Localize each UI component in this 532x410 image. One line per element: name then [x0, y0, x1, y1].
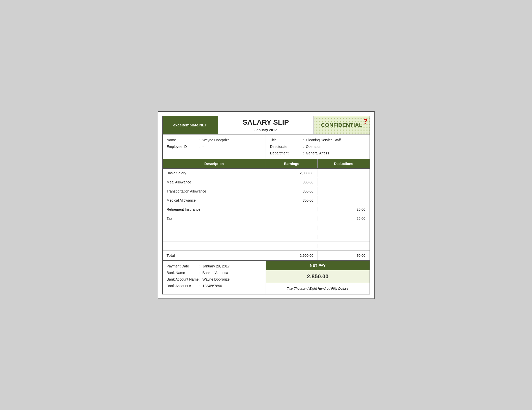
total-deductions-value: 50.00: [318, 251, 370, 260]
name-line: Name : Wayne Doorprize: [167, 138, 262, 142]
bank-account-num-line: Bank Account # : 1234567890: [167, 284, 262, 288]
logo-text: exceltemplate.NET: [173, 123, 207, 127]
name-value: Wayne Doorprize: [202, 138, 230, 142]
payment-date-colon: :: [200, 264, 201, 268]
table-row: [163, 241, 370, 251]
total-row: Total 2,900.00 50.00: [163, 251, 370, 261]
employee-id-colon: :: [200, 145, 201, 149]
row-deductions: [318, 244, 370, 248]
department-colon: :: [303, 151, 304, 155]
bank-account-num-label: Bank Account #: [167, 284, 200, 288]
table-row: Meal Allowance300.00: [163, 178, 370, 187]
table-row: Transportation Allowance300.00: [163, 187, 370, 196]
bank-account-name-label: Bank Account Name: [167, 277, 200, 281]
table-row: [163, 223, 370, 232]
directorate-line: Directorate : Operation: [270, 145, 366, 149]
header-row: exceltemplate.NET SALARY SLIP January 20…: [163, 116, 370, 134]
question-mark-icon: ?: [363, 117, 367, 125]
net-pay-section: NET PAY 2,850.00 Two Thousand Eight Hund…: [266, 261, 370, 294]
bank-name-label: Bank Name: [167, 271, 200, 275]
col-description-header: Description: [163, 159, 266, 168]
table-header-row: Description Earnings Deductions: [163, 159, 370, 169]
employee-id-line: Employee ID : -: [167, 145, 262, 149]
title-label: Title: [270, 138, 303, 142]
net-pay-amount: 2,850.00: [266, 270, 370, 283]
row-deductions: 25.00: [318, 214, 370, 223]
row-deductions: [318, 171, 370, 175]
department-label: Department: [270, 151, 303, 155]
table-row: Retirement Insurance25.00: [163, 205, 370, 214]
row-earnings: 300.00: [266, 178, 318, 186]
salary-slip-container: exceltemplate.NET SALARY SLIP January 20…: [162, 116, 370, 294]
employee-id-label: Employee ID: [167, 145, 200, 149]
table-row: Tax25.00: [163, 214, 370, 223]
row-earnings: [266, 226, 318, 230]
row-deductions: [318, 235, 370, 239]
bank-account-name-value: Wayne Doorprize: [202, 277, 230, 281]
name-label: Name: [167, 138, 200, 142]
bottom-section: Payment Date : January 28, 2017 Bank Nam…: [163, 261, 370, 294]
row-description: [163, 244, 266, 248]
bank-account-name-line: Bank Account Name : Wayne Doorprize: [167, 277, 262, 281]
title-line: Title : Cleaning Service Staff: [270, 138, 366, 142]
row-description: Medical Allowance: [163, 196, 266, 204]
row-deductions: [318, 180, 370, 184]
row-earnings: 300.00: [266, 187, 318, 195]
name-colon: :: [200, 138, 201, 142]
row-earnings: [266, 244, 318, 248]
table-row: Basic Salary2,000.00: [163, 169, 370, 178]
total-label: Total: [163, 251, 266, 260]
title-cell: SALARY SLIP January 2017: [218, 116, 314, 134]
row-earnings: 300.00: [266, 196, 318, 204]
table-body: Basic Salary2,000.00Meal Allowance300.00…: [163, 169, 370, 251]
directorate-value: Operation: [306, 145, 321, 149]
row-description: Meal Allowance: [163, 178, 266, 186]
bank-name-colon: :: [200, 271, 201, 275]
row-deductions: [318, 198, 370, 202]
bank-account-name-colon: :: [200, 277, 201, 281]
row-earnings: [266, 207, 318, 211]
confidential-text: CONFIDENTIAL: [321, 122, 362, 128]
employee-id-value: -: [202, 145, 204, 149]
total-earnings-value: 2,900.00: [266, 251, 318, 260]
department-line: Department : General Affairs: [270, 151, 366, 155]
row-description: Retirement Insurance: [163, 205, 266, 213]
payment-date-line: Payment Date : January 28, 2017: [167, 264, 262, 268]
row-earnings: 2,000.00: [266, 169, 318, 177]
salary-slip-page: exceltemplate.NET SALARY SLIP January 20…: [158, 111, 375, 299]
bank-name-value: Bank of America: [202, 271, 228, 275]
title-value: Cleaning Service Staff: [306, 138, 341, 142]
payment-date-label: Payment Date: [167, 264, 200, 268]
row-deductions: 25.00: [318, 205, 370, 213]
payment-info: Payment Date : January 28, 2017 Bank Nam…: [163, 261, 266, 294]
row-description: [163, 226, 266, 230]
row-description: Transportation Allowance: [163, 187, 266, 195]
row-earnings: [266, 235, 318, 239]
department-value: General Affairs: [306, 151, 329, 155]
salary-slip-title: SALARY SLIP: [243, 118, 289, 126]
row-earnings: [266, 216, 318, 221]
logo-cell: exceltemplate.NET: [163, 116, 218, 134]
payment-date-value: January 28, 2017: [202, 264, 230, 268]
row-description: Basic Salary: [163, 169, 266, 177]
period-text: January 2017: [255, 128, 277, 132]
col-earnings-header: Earnings: [266, 159, 318, 168]
row-deductions: [318, 226, 370, 230]
confidential-cell: ? CONFIDENTIAL: [314, 116, 370, 134]
employee-info-right: Title : Cleaning Service Staff Directora…: [266, 134, 370, 159]
employee-info-row: Name : Wayne Doorprize Employee ID : - T…: [163, 134, 370, 159]
directorate-label: Directorate: [270, 145, 303, 149]
row-description: Tax: [163, 214, 266, 223]
title-colon: :: [303, 138, 304, 142]
net-pay-label: NET PAY: [266, 261, 370, 270]
employee-info-left: Name : Wayne Doorprize Employee ID : -: [163, 134, 266, 159]
net-pay-words: Two Thousand Eight Hundred Fifty Dollars: [266, 283, 370, 294]
directorate-colon: :: [303, 145, 304, 149]
row-description: [163, 235, 266, 239]
bank-name-line: Bank Name : Bank of America: [167, 271, 262, 275]
bank-account-num-value: 1234567890: [202, 284, 222, 288]
bank-account-num-colon: :: [200, 284, 201, 288]
row-deductions: [318, 189, 370, 193]
table-row: Medical Allowance300.00: [163, 196, 370, 205]
table-row: [163, 232, 370, 241]
